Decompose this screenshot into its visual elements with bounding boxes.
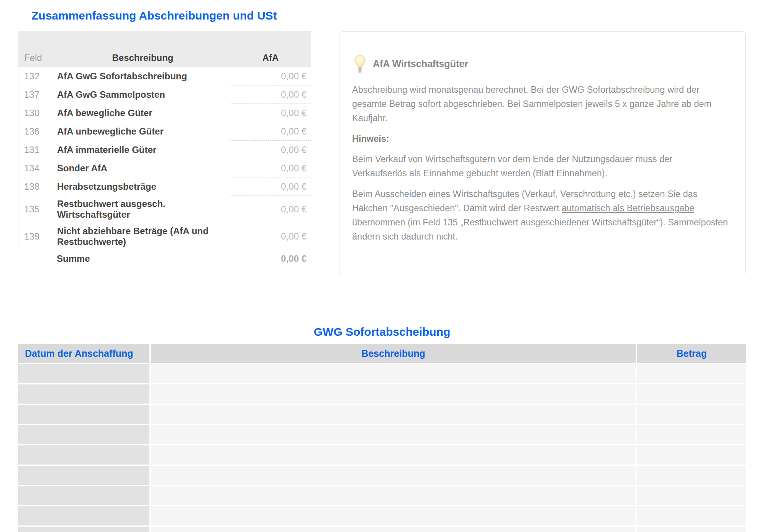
feld-number: 136 — [18, 122, 56, 141]
beschreibung-cell[interactable] — [151, 527, 636, 532]
column-header-beschreibung: Beschreibung — [151, 344, 636, 363]
beschreibung-cell[interactable] — [151, 486, 636, 505]
summary-title: Zusammenfassung Abschreibungen und USt — [31, 9, 277, 22]
row-description: AfA unbewegliche Güter — [56, 122, 230, 141]
feld-number: 132 — [18, 67, 56, 85]
gwg-empty-row — [18, 506, 746, 525]
gwg-empty-row — [18, 364, 746, 383]
datum-cell[interactable] — [18, 405, 149, 424]
datum-cell[interactable] — [18, 527, 149, 532]
feld-number: 131 — [18, 141, 56, 159]
betrag-cell[interactable] — [637, 527, 746, 532]
row-description: AfA bewegliche Güter — [56, 104, 230, 122]
info-panel-heading: AfA Wirtschaftsgüter — [373, 58, 468, 69]
row-description: AfA GwG Sammelposten — [56, 85, 230, 104]
feld-number: 135 — [18, 196, 56, 223]
betrag-cell[interactable] — [637, 405, 746, 424]
datum-cell[interactable] — [18, 445, 149, 465]
column-header-afa: AfA — [230, 53, 311, 67]
afa-value-cell[interactable]: 0,00 € — [230, 141, 311, 159]
gwg-table-header: Datum der Anschaffung Beschreibung Betra… — [18, 344, 746, 363]
summe-label: Summe — [18, 253, 230, 264]
datum-cell[interactable] — [18, 486, 149, 505]
beschreibung-cell[interactable] — [151, 445, 636, 465]
feld-number: 130 — [18, 104, 56, 122]
table-row: 132 AfA GwG Sofortabschreibung 0,00 € — [18, 67, 311, 85]
gwg-empty-row — [18, 527, 746, 532]
beschreibung-cell[interactable] — [151, 384, 636, 404]
afa-value-cell[interactable]: 0,00 € — [230, 196, 311, 223]
feld-number: 134 — [18, 159, 56, 177]
betrag-cell[interactable] — [637, 445, 746, 465]
row-description: AfA GwG Sofortabschreibung — [56, 67, 230, 85]
betrag-cell[interactable] — [637, 466, 746, 485]
table-row: 130 AfA bewegliche Güter 0,00 € — [18, 104, 311, 122]
info-paragraph: Abschreibung wird monatsgenau berechnet.… — [352, 83, 729, 125]
afa-value-cell[interactable]: 0,00 € — [230, 122, 311, 141]
afa-value-cell[interactable]: 0,00 € — [230, 104, 311, 122]
feld-number: 138 — [18, 177, 56, 196]
hinweis-label: Hinweis: — [352, 132, 729, 146]
underlined-text: automatisch als Betriebsausgabe — [562, 203, 694, 213]
summary-table-body: 132 AfA GwG Sofortabschreibung 0,00 € 13… — [18, 67, 311, 250]
gwg-empty-row — [18, 384, 746, 404]
afa-value-cell[interactable]: 0,00 € — [230, 85, 311, 104]
column-header-beschreibung: Beschreibung — [56, 53, 230, 67]
summe-row: Summe 0,00 € — [18, 250, 311, 267]
feld-number: 139 — [18, 223, 56, 250]
row-description: Restbuchwert ausgesch. Wirtschaftsgüter — [56, 196, 230, 223]
gwg-empty-row — [18, 425, 746, 444]
column-header-feld: Feld — [18, 53, 56, 67]
beschreibung-cell[interactable] — [151, 466, 636, 485]
betrag-cell[interactable] — [637, 506, 746, 525]
gwg-section: GWG Sofortabscheibung Datum der Anschaff… — [18, 325, 746, 532]
table-row: 131 AfA immaterielle Güter 0,00 € — [18, 141, 311, 159]
betrag-cell[interactable] — [637, 384, 746, 404]
column-header-datum: Datum der Anschaffung — [18, 344, 149, 363]
datum-cell[interactable] — [18, 364, 149, 383]
row-description: Sonder AfA — [56, 159, 230, 177]
info-paragraph: Beim Verkauf von Wirtschaftsgütern vor d… — [352, 152, 729, 181]
table-row: 137 AfA GwG Sammelposten 0,00 € — [18, 85, 311, 104]
betrag-cell[interactable] — [637, 425, 746, 444]
gwg-empty-row — [18, 445, 746, 465]
summe-value: 0,00 € — [230, 253, 311, 264]
table-row: 135 Restbuchwert ausgesch. Wirtschaftsgü… — [18, 196, 311, 223]
row-description: AfA immaterielle Güter — [56, 141, 230, 159]
row-description: Nicht abziehbare Beträge (AfA und Restbu… — [56, 223, 230, 250]
info-panel: AfA Wirtschaftsgüter Abschreibung wird m… — [339, 31, 746, 275]
row-description: Herabsetzungsbeträge — [56, 177, 230, 196]
datum-cell[interactable] — [18, 506, 149, 525]
info-paragraph: Beim Ausscheiden eines Wirtschaftsgutes … — [352, 187, 729, 244]
afa-value-cell[interactable]: 0,00 € — [230, 223, 311, 250]
betrag-cell[interactable] — [637, 486, 746, 505]
afa-value-cell[interactable]: 0,00 € — [230, 159, 311, 177]
datum-cell[interactable] — [18, 384, 149, 404]
datum-cell[interactable] — [18, 466, 149, 485]
datum-cell[interactable] — [18, 425, 149, 444]
gwg-empty-row — [18, 486, 746, 505]
beschreibung-cell[interactable] — [151, 405, 636, 424]
lightbulb-icon — [354, 55, 366, 73]
gwg-empty-row — [18, 466, 746, 485]
afa-value-cell[interactable]: 0,00 € — [230, 177, 311, 196]
beschreibung-cell[interactable] — [151, 425, 636, 444]
table-row: 134 Sonder AfA 0,00 € — [18, 159, 311, 177]
feld-number: 137 — [18, 85, 56, 104]
table-row: 136 AfA unbewegliche Güter 0,00 € — [18, 122, 311, 141]
table-row: 139 Nicht abziehbare Beträge (AfA und Re… — [18, 223, 311, 250]
gwg-title: GWG Sofortabscheibung — [18, 325, 746, 338]
beschreibung-cell[interactable] — [151, 506, 636, 525]
gwg-empty-row — [18, 405, 746, 424]
table-row: 138 Herabsetzungsbeträge 0,00 € — [18, 177, 311, 196]
summary-table: Feld Beschreibung AfA 132 AfA GwG Sofort… — [18, 31, 311, 267]
column-header-betrag: Betrag — [637, 344, 746, 363]
betrag-cell[interactable] — [637, 364, 746, 383]
beschreibung-cell[interactable] — [151, 364, 636, 383]
afa-value-cell[interactable]: 0,00 € — [230, 67, 311, 85]
summary-table-header: Feld Beschreibung AfA — [18, 31, 311, 67]
